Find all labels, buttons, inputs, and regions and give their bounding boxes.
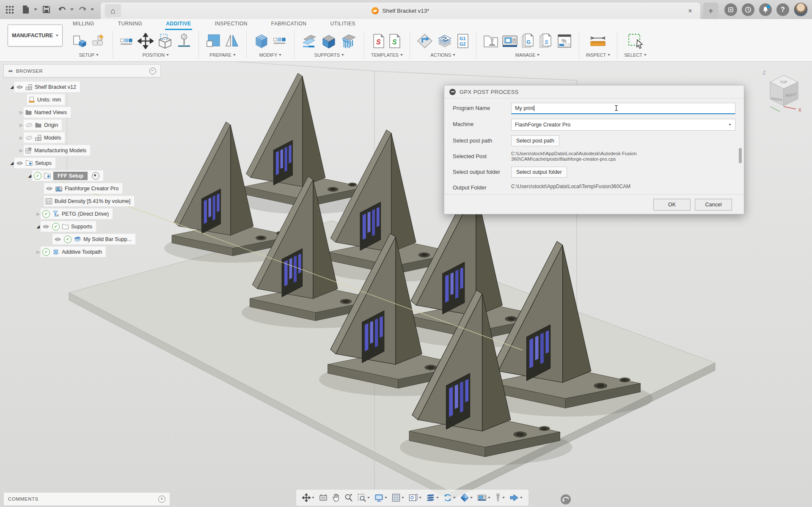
expand-icon[interactable]: ◢ (9, 161, 14, 165)
tree-row-supports[interactable]: ◢ ✓ Supports (3, 221, 161, 232)
hollow-icon[interactable] (253, 33, 270, 49)
orient-icon[interactable] (206, 33, 221, 49)
tree-row-root[interactable]: ◢ Shelf Bracket v12 (3, 82, 161, 92)
simulate-toolpath-icon[interactable] (436, 33, 453, 49)
undo-icon[interactable] (55, 3, 69, 17)
tab-fabrication[interactable]: FABRICATION (270, 19, 308, 30)
redo-icon[interactable] (75, 3, 90, 17)
pan-icon[interactable] (330, 492, 341, 503)
undo-caret-icon[interactable] (70, 8, 74, 11)
notifications-bell-icon[interactable] (759, 3, 772, 16)
zoom-window-icon[interactable] (356, 492, 372, 503)
move-icon[interactable] (138, 33, 154, 49)
tree-row-build-density[interactable]: Build Density [5.41% by volume] (3, 196, 161, 206)
redo-caret-icon[interactable] (91, 8, 94, 11)
volume-support-icon[interactable] (321, 33, 337, 49)
select-icon[interactable] (627, 33, 644, 49)
eye-icon[interactable] (42, 224, 50, 229)
eye-icon[interactable] (46, 186, 53, 191)
viewports-icon[interactable] (407, 492, 423, 503)
comments-panel[interactable]: COMMENTS + (3, 492, 170, 506)
area-supports-icon[interactable] (301, 33, 317, 49)
look-at-icon[interactable] (317, 493, 329, 503)
expand-icon[interactable]: ◢ (36, 224, 41, 229)
browser-header[interactable]: ◀◀ BROWSER (3, 64, 161, 77)
close-tab-icon[interactable]: × (685, 6, 695, 16)
eye-icon[interactable] (54, 237, 61, 242)
dialog-scrollbar-thumb[interactable] (739, 148, 742, 163)
place-on-platform-icon[interactable] (176, 33, 192, 49)
tree-row-solid-bar-support[interactable]: ✓ My Solid Bar Supp... (3, 234, 161, 244)
save-icon[interactable] (39, 3, 53, 17)
select-output-folder-button[interactable]: Select output folder (511, 167, 567, 178)
collapse-panel-icon[interactable]: ◀◀ (8, 69, 12, 73)
tree-row-manufacturing-models[interactable]: ▷ Manufacturing Models (3, 145, 161, 156)
tool-library-icon[interactable] (483, 33, 498, 49)
bottom-right-status-icon[interactable] (560, 494, 571, 507)
appearance-icon[interactable] (459, 492, 474, 503)
template-green-doc-icon[interactable]: S (388, 33, 401, 49)
arrange-icon[interactable] (157, 33, 173, 49)
generate-progress-icon[interactable]: % (557, 34, 572, 48)
viewcube[interactable]: Z TOP FRONT RIGHT X (760, 67, 806, 116)
expand-icon[interactable]: ▷ (36, 212, 41, 216)
expand-icon[interactable]: ◢ (27, 173, 32, 178)
edit-toolpath-icon[interactable] (273, 34, 287, 48)
bar-supports-icon[interactable] (340, 33, 357, 49)
expand-icon[interactable]: ▷ (19, 148, 24, 153)
expand-icon[interactable]: ▷ (19, 110, 24, 115)
job-status-clock-icon[interactable] (742, 3, 754, 16)
app-grid-icon[interactable] (3, 3, 17, 17)
machine-library-icon[interactable] (502, 34, 518, 48)
tree-row-units[interactable]: Units: mm (3, 94, 161, 105)
tree-row-origin[interactable]: ▷ Origin (3, 120, 161, 130)
eye-hidden-icon[interactable] (25, 135, 33, 140)
measure-icon[interactable] (589, 34, 606, 48)
orbit-icon[interactable] (300, 492, 316, 503)
stock-icon[interactable] (91, 33, 106, 49)
steps-icon[interactable] (424, 493, 440, 503)
tool-display-icon[interactable] (493, 492, 506, 503)
grid-settings-icon[interactable] (390, 492, 406, 503)
workspace-selector[interactable]: MANUFACTURE (8, 25, 63, 47)
tab-turning[interactable]: TURNING (117, 19, 143, 30)
extensions-icon[interactable] (724, 3, 737, 16)
cancel-button[interactable]: Cancel (695, 199, 732, 211)
dialog-collapse-icon[interactable] (449, 89, 456, 95)
tree-row-machine[interactable]: Flashforge Creator Pro (3, 183, 161, 194)
arrange-list-icon[interactable] (120, 34, 134, 48)
expand-icon[interactable]: ◢ (9, 85, 14, 89)
template-library-icon[interactable]: S (539, 33, 553, 49)
tab-utilities[interactable]: UTILITIES (329, 19, 356, 30)
ok-button[interactable]: OK (653, 199, 691, 211)
eye-hidden-icon[interactable] (25, 123, 33, 128)
template-red-doc-icon[interactable]: S (372, 33, 385, 49)
tree-row-models[interactable]: ▷ Models (3, 132, 161, 143)
tab-additive[interactable]: ADDITIVE (165, 19, 192, 30)
expand-icon[interactable]: ▷ (36, 250, 41, 254)
post-library-icon[interactable]: G (521, 33, 536, 49)
display-settings-minus-icon[interactable] (149, 68, 156, 74)
active-setup-radio-icon[interactable] (92, 172, 99, 180)
post-process-icon[interactable] (417, 33, 433, 49)
turntable-icon[interactable] (442, 492, 457, 503)
tab-inspection[interactable]: INSPECTION (214, 19, 248, 30)
tree-row-setups[interactable]: ◢ Setups (3, 158, 161, 168)
toolpath-display-icon[interactable] (508, 493, 524, 503)
eye-icon[interactable] (16, 85, 23, 90)
select-post-path-button[interactable]: Select post path (511, 135, 559, 146)
tree-row-named-views[interactable]: ▷ Named Views (3, 107, 161, 118)
add-comment-icon[interactable]: + (158, 496, 165, 503)
file-menu-caret-icon[interactable] (34, 8, 37, 11)
machine-select[interactable]: FlashForge Creator Pro (511, 119, 735, 131)
program-name-input[interactable]: My print (511, 103, 735, 114)
display-settings-icon[interactable] (373, 493, 389, 503)
gcode-g1g2-icon[interactable]: G1G2 (457, 33, 469, 49)
document-tab[interactable]: ⌂ Shelf Bracket v13* × (101, 3, 700, 19)
tab-milling[interactable]: MILLING (72, 19, 95, 30)
expand-icon[interactable]: ▷ (19, 123, 24, 127)
file-menu-icon[interactable] (19, 3, 33, 17)
new-tab-icon[interactable]: + (703, 3, 718, 19)
tree-row-fff-setup[interactable]: ◢ ✓ FFF Setup (3, 170, 161, 181)
new-setup-icon[interactable] (72, 33, 87, 49)
